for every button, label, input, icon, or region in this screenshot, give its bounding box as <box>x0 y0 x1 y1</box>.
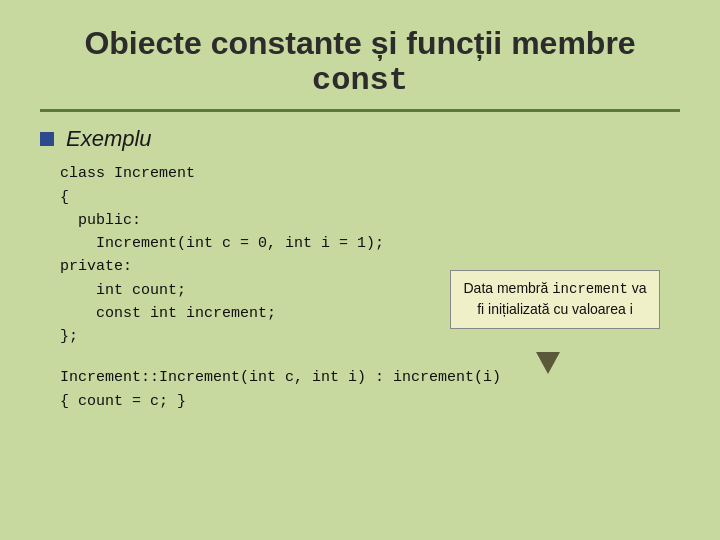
title-area: Obiecte constante și funcții membre cons… <box>40 24 680 99</box>
tooltip-box: Data membră increment vafi inițializată … <box>450 270 660 328</box>
tooltip-keyword: increment <box>552 281 628 297</box>
code-line-8: }; <box>60 325 680 348</box>
bottom-code-line-2: { count = c; } <box>60 390 680 413</box>
tooltip-text-before: Data membră <box>463 280 552 296</box>
bullet-icon <box>40 132 54 146</box>
code-line-1: class Increment <box>60 162 680 185</box>
code-line-4: Increment(int c = 0, int i = 1); <box>60 232 680 255</box>
const-keyword-title: const <box>40 62 680 99</box>
main-title: Obiecte constante și funcții membre <box>40 24 680 62</box>
code-line-2: { <box>60 186 680 209</box>
slide: Obiecte constante și funcții membre cons… <box>0 0 720 540</box>
exemplu-text: Exemplu <box>66 126 152 152</box>
title-divider <box>40 109 680 112</box>
tooltip-arrow <box>536 352 560 374</box>
bottom-code-line-1: Increment::Increment(int c, int i) : inc… <box>60 366 680 389</box>
exemplu-label: Exemplu <box>40 126 680 152</box>
bottom-code-block: Increment::Increment(int c, int i) : inc… <box>60 366 680 413</box>
code-line-3: public: <box>60 209 680 232</box>
